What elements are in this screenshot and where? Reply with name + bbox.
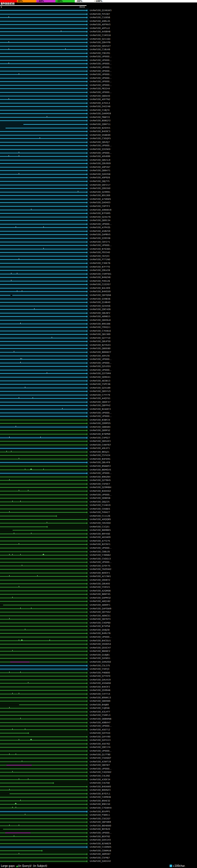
hit-label[interactable]: UniRef100_Q6BWN8	[90, 718, 111, 720]
hit-label[interactable]: UniRef100_O42248	[90, 105, 110, 108]
alignment-row[interactable]: UniRef100_Q1WLW3	[0, 9, 197, 12]
alignment-row[interactable]: UniRef100_A213W1	[0, 575, 197, 578]
hit-label[interactable]: UniRef100_B7FSM5	[90, 212, 110, 215]
alignment-row[interactable]: UniRef100_Q87GT3	[0, 617, 197, 621]
alignment-row[interactable]: UniRef100_A3GF24	[0, 778, 197, 781]
hit-label[interactable]: UniRef100_UPI000...	[90, 494, 111, 496]
hit-label[interactable]: UniRef100_B65J21	[90, 451, 109, 453]
alignment-row[interactable]: UniRef100_UPI000...	[0, 411, 197, 415]
hit-label[interactable]: UniRef100_Q58E69	[90, 134, 110, 136]
hit-label[interactable]: UniRef100_Q2TBH5	[90, 479, 110, 482]
alignment-row[interactable]: UniRef100_B9WK13	[0, 696, 197, 700]
hit-label[interactable]: UniRef100_UPI000...	[90, 59, 111, 62]
alignment-row[interactable]: UniRef100_B7G7L1	[0, 792, 197, 796]
hit-label[interactable]: UniRef100_A4S6H8	[90, 30, 110, 33]
alignment-row[interactable]: UniRef100_A3LHT7	[0, 710, 197, 714]
hit-label[interactable]: UniRef100_Q56J30	[90, 629, 109, 631]
hit-label[interactable]: UniRef100_C5YV24	[90, 454, 110, 457]
hit-label[interactable]: UniRef100_Q99PD5	[90, 422, 110, 425]
hit-label[interactable]: UniRef100_C4QXW2	[90, 771, 111, 773]
alignment-row[interactable]: UniRef100_Q0J225	[0, 500, 197, 504]
alignment-row[interactable]: UniRef100_UPI000...	[0, 222, 197, 226]
hit-label[interactable]: UniRef100_B4E9C3	[90, 130, 110, 133]
hit-label[interactable]: UniRef100_Q8XGL8	[90, 319, 110, 321]
hit-label[interactable]: UniRef100_C8V4G0	[90, 522, 110, 524]
alignment-row[interactable]: UniRef100_O42248	[0, 105, 197, 108]
hit-label[interactable]: UniRef100_Q4S358	[90, 173, 110, 176]
hit-label[interactable]: UniRef100_C59321	[90, 586, 110, 588]
hit-label[interactable]: UniRef100_C9E2R1	[90, 52, 110, 55]
alignment-row[interactable]: UniRef100_Q66471	[0, 169, 197, 173]
alignment-row[interactable]: UniRef100_UPI000...	[0, 55, 197, 59]
alignment-row[interactable]: UniRef100_A9YTN2	[0, 98, 197, 101]
alignment-row[interactable]: UniRef100_Q4KM59	[0, 112, 197, 116]
alignment-row[interactable]: UniRef100_A7S9W5	[0, 197, 197, 201]
hit-label[interactable]: UniRef100_UPI000...	[90, 84, 111, 87]
hit-label[interactable]: UniRef100_UPI000...	[90, 244, 111, 247]
hit-label[interactable]: UniRef100_C4Y714	[90, 693, 110, 695]
hit-label[interactable]: UniRef100_P25387	[90, 13, 110, 16]
alignment-row[interactable]: UniRef100_Q24456	[0, 304, 197, 308]
hit-label[interactable]: UniRef100_B4L5R9	[90, 287, 110, 289]
hit-label[interactable]: UniRef100_Q65YU3	[90, 390, 110, 393]
hit-label[interactable]: UniRef100_Q4X1H3	[90, 839, 111, 841]
alignment-row[interactable]: UniRef100_Q99PD5	[0, 422, 197, 425]
alignment-row[interactable]: UniRef100_B4FEM1	[0, 457, 197, 461]
alignment-row[interactable]: UniRef100_Q9NT11	[0, 123, 197, 126]
alignment-row[interactable]: UniRef100_A4QYS1	[0, 397, 197, 400]
hit-label[interactable]: UniRef100_Q9LV28	[90, 269, 110, 272]
hit-label[interactable]: UniRef100_UPI000...	[90, 152, 111, 154]
hit-label[interactable]: UniRef100_Q24456	[90, 305, 110, 307]
alignment-row[interactable]: UniRef100_Q86SB4	[0, 425, 197, 429]
alignment-row[interactable]: UniRef100_Q9C1Y4	[0, 745, 197, 749]
hit-label[interactable]: UniRef100_B7F7T0	[90, 266, 110, 268]
alignment-row[interactable]: UniRef100_Q9UKI0	[0, 582, 197, 586]
hit-label[interactable]: UniRef100_C88L05	[90, 551, 110, 553]
alignment-row[interactable]: UniRef100_A7E2L4	[0, 101, 197, 105]
hit-label[interactable]: UniRef100_Q4YU13	[90, 739, 110, 741]
alignment-row[interactable]: UniRef100_A9BVH7	[0, 721, 197, 724]
hit-label[interactable]: UniRef100_UPI000...	[90, 70, 111, 72]
alignment-row[interactable]: UniRef100_A6N9Y1	[0, 603, 197, 607]
hit-label[interactable]: UniRef100_B0XT62	[90, 835, 110, 838]
alignment-row[interactable]: UniRef100_Q45851	[0, 656, 197, 660]
hit-label[interactable]: UniRef100_C1BLK6	[90, 48, 110, 51]
alignment-row[interactable]: UniRef100_Q9C4Z6	[0, 308, 197, 311]
hit-label[interactable]: UniRef100_P63244	[90, 88, 110, 90]
hit-label[interactable]: UniRef100_Q08056	[90, 497, 110, 499]
hit-label[interactable]: UniRef100_Q69FS2	[90, 429, 110, 432]
hit-label[interactable]: UniRef100_Q6UP30	[90, 340, 110, 343]
hit-label[interactable]: UniRef100_Q29991	[90, 191, 110, 193]
alignment-row[interactable]: UniRef100_B8NT45	[0, 592, 197, 596]
alignment-row[interactable]: UniRef100_A9LST1	[0, 446, 197, 450]
hit-label[interactable]: UniRef100_A02AG9	[90, 536, 110, 538]
hit-label[interactable]: UniRef100_B4IJB9	[90, 704, 109, 706]
alignment-row[interactable]: UniRef100_A6R5N7	[0, 852, 197, 856]
alignment-row[interactable]: UniRef100_UPI000...	[0, 767, 197, 771]
alignment-row[interactable]: UniRef100_C5KYJ3	[0, 667, 197, 671]
hit-label[interactable]: UniRef100_A6R5N7	[90, 853, 110, 856]
hit-label[interactable]: UniRef100_C0NMU8	[90, 849, 111, 852]
alignment-row[interactable]: UniRef100_C1BLK6	[0, 48, 197, 52]
hit-label[interactable]: UniRef100_B9KZB4	[90, 476, 110, 478]
hit-label[interactable]: UniRef100_Q4PM32	[90, 597, 111, 599]
hit-label[interactable]: UniRef100_Q45851	[90, 657, 110, 659]
hit-label[interactable]: UniRef100_Q4YV90	[90, 736, 110, 738]
hit-label[interactable]: UniRef100_C1H819	[90, 504, 110, 506]
alignment-row[interactable]: UniRef100_Q6VEJ7	[0, 141, 197, 144]
alignment-row[interactable]: UniRef100_A9P1N7	[0, 165, 197, 169]
alignment-row[interactable]: UniRef100_B9S1B8	[0, 322, 197, 326]
alignment-row[interactable]: UniRef100_Q4N2G0	[0, 660, 197, 664]
alignment-row[interactable]: UniRef100_Q56J30	[0, 628, 197, 632]
alignment-row[interactable]: UniRef100_P771N0	[0, 258, 197, 261]
hit-label[interactable]: UniRef100_B2YGX3	[90, 344, 110, 346]
hit-label[interactable]: UniRef100_C11126	[90, 515, 110, 517]
alignment-row[interactable]: UniRef100_Q39836	[0, 297, 197, 301]
hit-label[interactable]: UniRef100_C1E856	[90, 16, 110, 19]
hit-label[interactable]: UniRef100_UPI000...	[90, 547, 111, 549]
alignment-row[interactable]: UniRef100_B7FSM5	[0, 212, 197, 215]
hit-label[interactable]: UniRef100_Q0J225	[90, 501, 109, 503]
alignment-row[interactable]: UniRef100_C6ZGW2	[0, 567, 197, 571]
hit-label[interactable]: UniRef100_C4M9H6	[90, 796, 111, 798]
alignment-row[interactable]: UniRef100_UPI000...	[0, 368, 197, 372]
